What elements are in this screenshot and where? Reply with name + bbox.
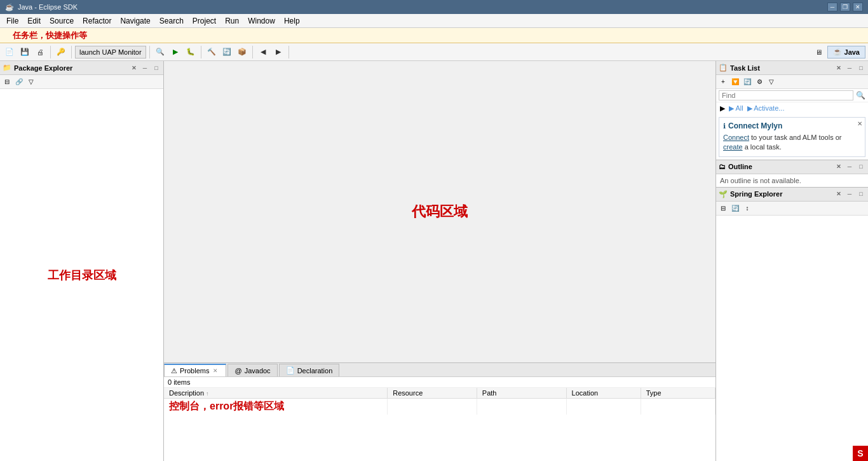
collapse-all-button[interactable]: ⊟ (1, 76, 13, 88)
spring-explorer-close[interactable]: ✕ (835, 191, 843, 197)
print-button[interactable]: 🖨 (33, 45, 47, 59)
mylyn-header: ℹ Connect Mylyn (723, 121, 861, 130)
menu-file[interactable]: File (3, 15, 22, 27)
mylyn-create-link[interactable]: create (723, 143, 743, 151)
outline-header: 🗂 Outline ✕ ─ □ (716, 160, 868, 174)
outline-close[interactable]: ✕ (835, 163, 843, 170)
refresh-button[interactable]: 🔄 (220, 45, 234, 59)
editor-area: 代码区域 (164, 61, 715, 362)
bottom-tabs: ⚠ Problems ✕ @ Javadoc 📄 Declaration (164, 363, 715, 377)
search-button[interactable]: 🔍 (153, 45, 167, 59)
spring-explorer-panel: 🌱 Spring Explorer ✕ ─ □ ⊟ 🔄 ↕ (716, 188, 868, 461)
tab-problems[interactable]: ⚠ Problems ✕ (164, 364, 226, 376)
outline-maximize[interactable]: □ (857, 162, 865, 171)
outline-panel: 🗂 Outline ✕ ─ □ An outline is not availa… (716, 160, 868, 188)
task-settings-button[interactable]: ⚙ (754, 76, 765, 88)
menu-window[interactable]: Window (244, 15, 279, 27)
save-button[interactable]: 💾 (18, 45, 32, 59)
col-path[interactable]: Path (477, 388, 566, 399)
minimize-button[interactable] (827, 3, 837, 11)
run-button[interactable]: ▶ (168, 45, 182, 59)
separator-5 (252, 46, 253, 58)
spring-explorer-minimize[interactable]: ─ (845, 189, 854, 198)
location-cell (566, 399, 641, 415)
task-search-bar: 🔍 (716, 89, 868, 102)
table-row: 控制台，error报错等区域 (164, 399, 715, 415)
outline-minimize[interactable]: ─ (845, 162, 854, 171)
task-search-input[interactable] (719, 90, 853, 100)
task-list-maximize[interactable]: □ (857, 64, 865, 72)
mylyn-connect-link[interactable]: Connect (723, 134, 749, 141)
task-view-menu-button[interactable]: ▽ (766, 76, 777, 88)
task-filter-button[interactable]: 🔽 (729, 76, 741, 88)
new-task-button[interactable]: + (717, 76, 729, 88)
package-explorer-header: 📁 Package Explorer ✕ ─ □ (0, 61, 163, 75)
menu-navigate[interactable]: Navigate (116, 15, 154, 27)
activate-link[interactable]: ▶ Activate... (747, 104, 785, 113)
mylyn-close-button[interactable]: ✕ (857, 120, 862, 127)
open-perspective-button[interactable]: 🖥 (812, 45, 826, 59)
col-description[interactable]: Description ↑ (164, 388, 388, 399)
debug-button[interactable]: 🐛 (184, 45, 198, 59)
spring-sort-button[interactable]: ↕ (742, 202, 753, 214)
tab-declaration-label: Declaration (297, 367, 333, 375)
task-list-minimize[interactable]: ─ (845, 64, 854, 72)
launch-label: launch UAP Monitor (79, 48, 142, 56)
task-list-header: 📋 Task List ✕ ─ □ (716, 61, 868, 75)
properties-button[interactable]: 🔑 (54, 45, 68, 59)
main-container: 📁 Package Explorer ✕ ─ □ ⊟ 🔗 ▽ 工作目录区域 代码… (0, 61, 868, 461)
build-button[interactable]: 🔨 (205, 45, 219, 59)
right-panel: 📋 Task List ✕ ─ □ + 🔽 🔄 ⚙ ▽ 🔍 ▶ ▶ All ▶ … (715, 61, 868, 461)
menu-refactor[interactable]: Refactor (79, 15, 115, 27)
menu-edit[interactable]: Edit (24, 15, 44, 27)
package-explorer-content: 工作目录区域 (0, 89, 163, 461)
menu-project[interactable]: Project (189, 15, 220, 27)
search-icon: 🔍 (856, 91, 865, 100)
spring-explorer-maximize[interactable]: □ (857, 189, 865, 198)
package-explorer-minimize[interactable]: ─ (140, 64, 149, 72)
annotation-cell: 控制台，error报错等区域 (164, 399, 388, 415)
menu-source[interactable]: Source (46, 15, 78, 27)
separator-2 (71, 46, 72, 58)
mylyn-body: Connect to your task and ALM tools or cr… (723, 133, 861, 153)
java-perspective-icon: ☕ (833, 48, 842, 56)
separator-1 (50, 46, 51, 58)
tab-declaration[interactable]: 📄 Declaration (279, 364, 340, 376)
package-explorer-close[interactable]: ✕ (130, 65, 138, 71)
task-sync-button[interactable]: 🔄 (742, 76, 753, 88)
back-button[interactable]: ◀ (256, 45, 270, 59)
deploy-button[interactable]: 📦 (235, 45, 249, 59)
task-list-title: Task List (730, 64, 832, 72)
view-menu-button[interactable]: ▽ (25, 76, 37, 88)
package-explorer-maximize[interactable]: □ (152, 64, 161, 72)
title-bar-controls[interactable] (827, 3, 863, 11)
tab-problems-close[interactable]: ✕ (212, 368, 219, 374)
restore-button[interactable] (840, 3, 850, 11)
task-list-panel: 📋 Task List ✕ ─ □ + 🔽 🔄 ⚙ ▽ 🔍 ▶ ▶ All ▶ … (716, 61, 868, 160)
col-location[interactable]: Location (566, 388, 641, 399)
launch-button[interactable]: launch UAP Monitor (75, 46, 146, 58)
separator-4 (201, 46, 201, 58)
mylyn-text-1: to your task and ALM tools or (751, 134, 841, 141)
separator-6 (288, 46, 289, 58)
menu-run[interactable]: Run (221, 15, 243, 27)
info-icon: ℹ (723, 122, 726, 130)
sort-description: ↑ (206, 390, 209, 397)
col-type[interactable]: Type (641, 388, 715, 399)
forward-button[interactable]: ▶ (271, 45, 285, 59)
link-with-editor-button[interactable]: 🔗 (13, 76, 25, 88)
all-tasks-link[interactable]: ▶ All (729, 104, 743, 113)
col-resource[interactable]: Resource (388, 388, 477, 399)
java-perspective-button[interactable]: ☕ Java (827, 46, 865, 58)
perspective-label: Java (844, 48, 860, 56)
new-button[interactable]: 📄 (3, 45, 17, 59)
tab-javadoc[interactable]: @ Javadoc (227, 364, 277, 376)
task-list-close[interactable]: ✕ (835, 65, 843, 71)
mylyn-title: Connect Mylyn (728, 121, 782, 130)
spring-collapse-button[interactable]: ⊟ (717, 202, 729, 214)
menu-search[interactable]: Search (156, 15, 187, 27)
menu-help[interactable]: Help (280, 15, 304, 27)
resource-cell (388, 399, 477, 415)
spring-refresh-button[interactable]: 🔄 (729, 202, 741, 214)
close-button[interactable] (853, 3, 863, 11)
